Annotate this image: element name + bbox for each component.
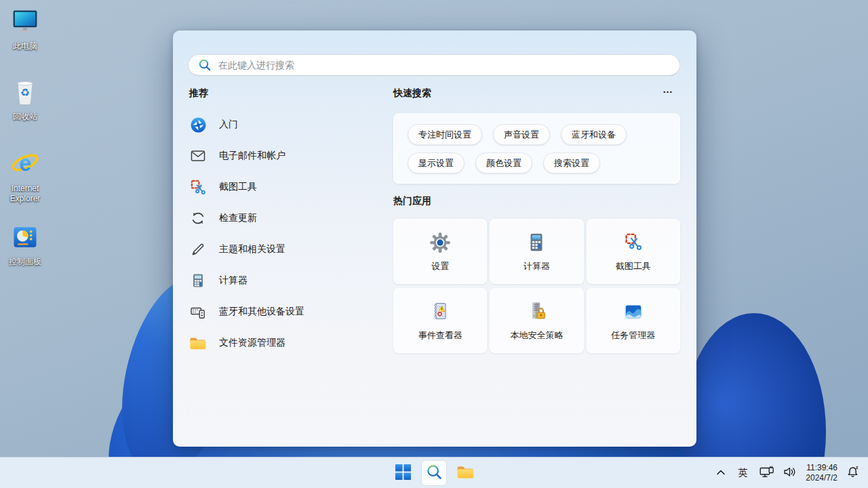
desktop-icon-control-panel[interactable]: 控制面板 — [3, 222, 47, 267]
recommended-item-check-updates[interactable]: 检查更新 — [189, 203, 386, 234]
recommended-list: 入门 电子邮件和帐户 — [189, 109, 386, 359]
recommended-item-label: 检查更新 — [219, 212, 257, 224]
tray-clock[interactable]: 11:39:46 2024/7/2 — [803, 463, 840, 483]
search-icon — [426, 464, 443, 483]
taskbar-file-explorer-button[interactable] — [452, 460, 478, 486]
search-bar — [188, 54, 680, 76]
recommended-item-label: 计算器 — [219, 274, 248, 287]
clock-time: 11:39:46 — [806, 463, 837, 473]
app-tile-label: 任务管理器 — [611, 329, 655, 342]
bell-z-glyph: z — [856, 465, 859, 470]
quick-search-pill-color[interactable]: 颜色设置 — [475, 152, 532, 174]
snipping-tool-icon — [189, 178, 207, 196]
app-tile-label: 截图工具 — [616, 260, 651, 272]
taskbar: 英 — [0, 457, 868, 488]
recommended-item-bluetooth-devices[interactable]: 蓝牙和其他设备设置 — [189, 296, 386, 327]
top-apps-grid: 设置 计算器 — [393, 219, 680, 353]
recommended-item-label: 蓝牙和其他设备设置 — [219, 306, 304, 318]
snipping-tool-icon — [621, 230, 646, 255]
tray-chevron-up-button[interactable] — [713, 462, 728, 485]
tray-notifications-button[interactable]: z — [844, 462, 863, 485]
recommended-item-email-accounts[interactable]: 电子邮件和帐户 — [189, 140, 386, 171]
windows-logo-icon — [395, 464, 412, 483]
desktop-icon-label: Internet Explorer — [3, 184, 47, 204]
desktop: { "desktop": { "icons": [ {"label": "此电脑… — [0, 0, 868, 488]
calculator-icon — [189, 272, 207, 289]
app-tile-label: 设置 — [431, 260, 449, 272]
desktop-icon-this-pc[interactable]: 此电脑 — [3, 7, 47, 52]
recommended-item-label: 电子邮件和帐户 — [219, 150, 285, 162]
desktop-icon-label: 此电脑 — [13, 41, 37, 52]
chevron-up-icon — [716, 467, 726, 479]
recommended-item-file-explorer[interactable]: 文件资源管理器 — [189, 327, 386, 359]
quick-search-pill-focus[interactable]: 专注时间设置 — [408, 124, 482, 145]
app-tile-calculator[interactable]: 计算器 — [490, 219, 583, 284]
security-policy-icon — [524, 300, 549, 324]
app-tile-event-viewer[interactable]: 事件查看器 — [393, 288, 487, 353]
calculator-icon — [524, 230, 549, 255]
devices-icon — [189, 303, 207, 321]
quick-search-pill-sound[interactable]: 声音设置 — [493, 124, 550, 145]
quick-search-pill-display[interactable]: 显示设置 — [408, 152, 465, 174]
taskbar-tray: 英 — [713, 458, 863, 488]
quick-search-pill-bluetooth[interactable]: 蓝牙和设备 — [561, 124, 627, 145]
app-tile-settings[interactable]: 设置 — [393, 219, 487, 284]
start-button[interactable] — [390, 460, 416, 486]
tray-volume-button[interactable] — [781, 462, 800, 485]
recommended-item-label: 入门 — [219, 119, 238, 131]
gear-icon — [428, 230, 452, 255]
refresh-icon — [189, 209, 207, 227]
quick-search-title: 快速搜索 — [393, 87, 431, 100]
recycle-bin-icon: ♻ — [10, 77, 40, 110]
desktop-icon-internet-explorer[interactable]: e Internet Explorer — [3, 148, 47, 204]
mail-icon — [189, 147, 207, 165]
search-input[interactable] — [188, 54, 680, 76]
task-manager-icon — [621, 300, 646, 324]
search-flyout-panel: 推荐 入门 — [173, 30, 696, 447]
app-tile-label: 事件查看器 — [418, 329, 462, 342]
event-viewer-icon — [428, 300, 452, 324]
tray-ime-button[interactable]: 英 — [732, 462, 753, 485]
recommended-item-snipping-tool[interactable]: 截图工具 — [189, 171, 386, 203]
app-tile-label: 本地安全策略 — [510, 329, 563, 342]
this-pc-icon — [10, 7, 40, 39]
brush-icon — [189, 241, 207, 258]
recycle-glyph: ♻ — [20, 87, 30, 98]
recommended-item-calculator[interactable]: 计算器 — [189, 265, 386, 296]
more-options-button[interactable]: … — [658, 81, 677, 98]
bell-dnd-icon: z — [846, 465, 860, 481]
app-tile-task-manager[interactable]: 任务管理器 — [587, 288, 680, 353]
recommended-item-getting-started[interactable]: 入门 — [189, 109, 386, 140]
getting-started-icon — [189, 116, 207, 134]
folder-icon — [456, 464, 475, 483]
clock-date: 2024/7/2 — [806, 473, 837, 483]
internet-explorer-icon: e — [9, 148, 41, 182]
network-icon — [760, 466, 774, 481]
ime-indicator: 英 — [734, 467, 751, 479]
recommended-item-label: 主题和相关设置 — [219, 243, 285, 256]
quick-search-pill-search[interactable]: 搜索设置 — [543, 152, 600, 174]
desktop-icon-label: 回收站 — [13, 112, 37, 122]
desktop-icon-recycle-bin[interactable]: ♻ 回收站 — [3, 77, 47, 122]
taskbar-search-button[interactable] — [421, 460, 447, 486]
recommended-title: 推荐 — [189, 87, 208, 100]
recommended-item-label: 截图工具 — [219, 181, 257, 193]
desktop-icon-label: 控制面板 — [9, 257, 41, 267]
tray-network-button[interactable] — [757, 462, 777, 485]
app-tile-snipping-tool[interactable]: 截图工具 — [587, 219, 680, 284]
recommended-item-themes[interactable]: 主题和相关设置 — [189, 234, 386, 265]
recommended-item-label: 文件资源管理器 — [219, 337, 285, 349]
folder-icon — [189, 334, 207, 352]
quick-search-card: 专注时间设置 声音设置 蓝牙和设备 显示设置 颜色设置 搜索设置 — [393, 113, 680, 184]
control-panel-icon — [10, 222, 40, 255]
app-tile-label: 计算器 — [524, 260, 550, 272]
app-tile-local-security-policy[interactable]: 本地安全策略 — [490, 288, 583, 353]
speaker-icon — [783, 466, 797, 481]
taskbar-center — [390, 458, 478, 488]
ie-glyph: e — [19, 151, 31, 176]
top-apps-title: 热门应用 — [393, 195, 431, 207]
